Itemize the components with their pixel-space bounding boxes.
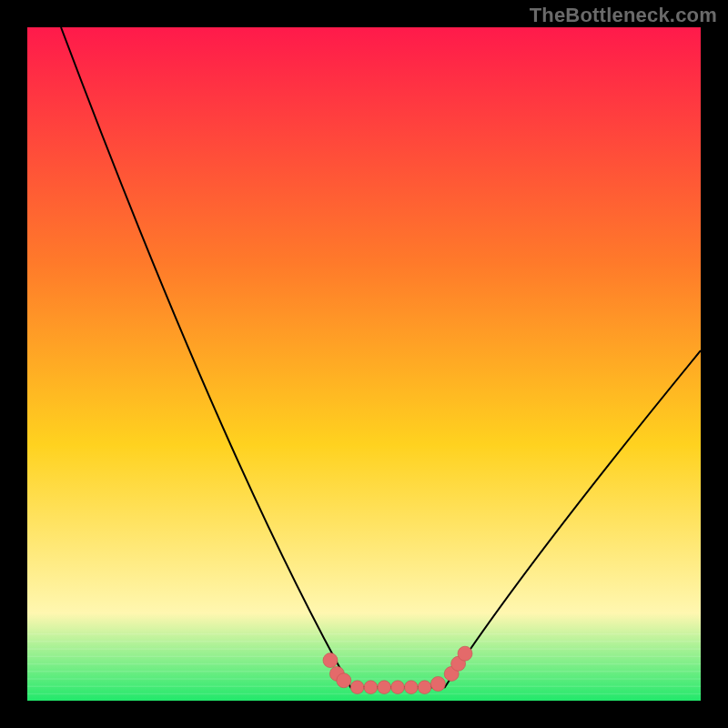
- watermark-text: TheBottleneck.com: [530, 4, 717, 27]
- data-marker: [430, 677, 445, 692]
- gradient-band: [27, 693, 701, 694]
- data-marker: [391, 681, 405, 694]
- gradient-band: [27, 663, 701, 664]
- gradient-band: [27, 678, 701, 679]
- chart-frame: TheBottleneck.com: [0, 0, 728, 728]
- data-marker: [323, 653, 338, 668]
- data-marker: [364, 681, 378, 694]
- gradient-band: [27, 641, 701, 642]
- data-marker: [404, 681, 418, 694]
- data-marker: [350, 681, 364, 694]
- gradient-band: [27, 633, 701, 634]
- gradient-band: [27, 671, 701, 672]
- gradient-bg: [27, 27, 701, 701]
- chart-svg: [27, 27, 701, 701]
- data-marker: [418, 681, 431, 694]
- data-marker: [378, 681, 391, 694]
- plot-area: [27, 27, 701, 701]
- data-marker: [337, 673, 351, 688]
- gradient-band: [27, 648, 701, 649]
- data-marker: [458, 646, 472, 661]
- gradient-band: [27, 656, 701, 657]
